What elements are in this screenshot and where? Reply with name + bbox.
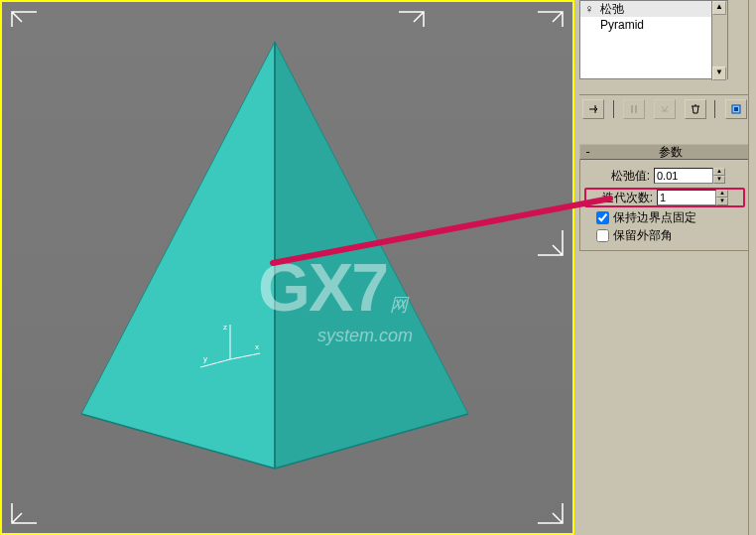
iterations-spinner[interactable]: ▲ ▼ [716,190,728,205]
scroll-down-button[interactable]: ▼ [712,67,726,80]
viewport-bracket [518,7,567,57]
svg-rect-12 [631,105,633,113]
svg-marker-1 [275,42,468,468]
pin-stack-button[interactable] [582,99,604,119]
checkbox-keep-boundary[interactable]: 保持边界点固定 [584,208,745,226]
relax-spinner[interactable]: ▲ ▼ [713,168,725,184]
make-unique-button[interactable] [654,99,676,119]
modifier-item-relax[interactable]: ♀ 松弛 [580,1,727,17]
param-label: 迭代次数: [587,190,657,206]
show-result-button[interactable] [623,99,645,119]
viewport-inner: z y x GX7 网 system.com [2,2,572,533]
viewport-perspective[interactable]: z y x GX7 网 system.com [0,0,574,535]
spinner-down[interactable]: ▼ [713,176,725,184]
viewport-bracket [7,7,57,57]
relax-value-input[interactable] [654,168,713,184]
param-label: 松弛值: [584,168,654,185]
pyramid-object[interactable] [52,32,498,508]
toolbar-separator [613,100,615,118]
spinner-up[interactable]: ▲ [716,190,728,198]
viewport-bracket [518,210,567,260]
svg-text:y: y [203,354,207,363]
scroll-up-button[interactable]: ▲ [712,1,726,15]
remove-modifier-button[interactable] [685,99,706,119]
modifier-label: Pyramid [596,18,644,32]
param-relax-value: 松弛值: ▲ ▼ [584,166,745,186]
svg-rect-13 [635,105,637,113]
param-iterations: 迭代次数: ▲ ▼ [584,188,745,207]
checkbox-label: 保持边界点固定 [613,209,696,226]
svg-line-7 [230,353,260,359]
checkbox-save-outer-corners[interactable]: 保留外部角 [584,226,745,244]
rollout-parameters: - 参数 松弛值: ▲ ▼ 迭代次数: ▲ ▼ [579,144,750,251]
modifier-item-pyramid[interactable]: Pyramid [580,17,727,33]
keep-boundary-checkbox[interactable] [596,211,609,224]
toolbar-separator [714,100,716,118]
axis-gizmo: z y x [195,320,265,369]
modifier-scrollbar[interactable]: ▲ ▼ [711,1,727,80]
modifier-label: 松弛 [596,1,624,18]
svg-marker-0 [81,42,275,468]
command-panel: ♀ 松弛 Pyramid ▲ ▼ - 参数 松弛值: [574,0,756,535]
modifier-stack[interactable]: ♀ 松弛 Pyramid ▲ ▼ [579,0,728,79]
rollout-header[interactable]: - 参数 [579,144,750,160]
checkbox-label: 保留外部角 [613,227,673,244]
spinner-down[interactable]: ▼ [716,198,728,205]
modifier-toolbar [579,94,750,118]
viewport-bracket [7,478,57,528]
save-outer-corners-checkbox[interactable] [596,229,609,242]
panel-scrollbar[interactable] [748,0,756,535]
viewport-bracket [518,478,567,528]
modifier-active-icon: ♀ [582,2,596,16]
spinner-up[interactable]: ▲ [713,168,725,176]
rollout-title: 参数 [596,144,745,161]
rollout-body: 松弛值: ▲ ▼ 迭代次数: ▲ ▼ 保持边界点固定 [579,160,750,251]
svg-rect-15 [734,107,738,111]
svg-text:x: x [255,342,259,351]
configure-sets-button[interactable] [725,99,747,119]
rollout-toggle-icon: - [584,145,596,159]
iterations-input[interactable] [657,190,716,205]
svg-text:z: z [223,323,227,332]
